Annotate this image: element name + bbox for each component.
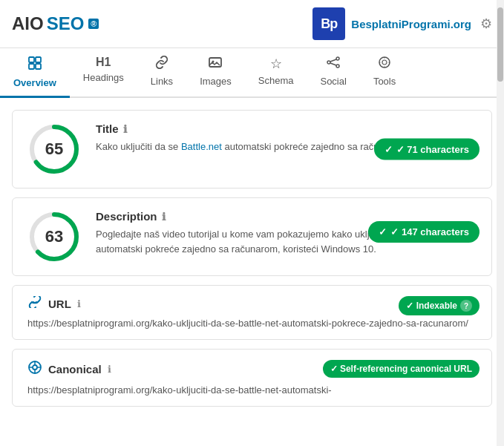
description-card: 63 Description ℹ Pogledajte naš video tu… xyxy=(12,197,492,276)
canonical-badge-text: ✓ Self-referencing canonical URL xyxy=(323,360,480,378)
title-checkmark: ✓ xyxy=(384,144,393,155)
title-label: Title ℹ xyxy=(96,122,477,135)
tab-tools[interactable]: Tools xyxy=(360,48,409,98)
tab-bar: Overview H1 Headings Links Images ☆ Sche… xyxy=(0,48,504,98)
canonical-info-icon[interactable]: ℹ xyxy=(108,364,111,375)
logo-badge: ® xyxy=(88,19,99,29)
svg-line-10 xyxy=(330,63,336,65)
svg-point-16 xyxy=(382,60,387,65)
svg-point-6 xyxy=(327,61,330,64)
svg-point-11 xyxy=(379,57,390,68)
headings-icon: H1 xyxy=(96,56,111,69)
logo: AIOSEO ® xyxy=(12,13,99,34)
desc-checkmark: ✓ xyxy=(379,226,387,237)
desc-badge-text: ✓ 147 characters xyxy=(390,226,469,237)
url-text: https://besplatniprogrami.org/kako-uklju… xyxy=(27,318,477,329)
tab-links-label: Links xyxy=(151,76,173,87)
url-title: URL xyxy=(48,298,71,310)
site-logo: Bp xyxy=(312,7,345,40)
svg-point-7 xyxy=(336,57,339,60)
canonical-section: Canonical ℹ ✓ Self-referencing canonical… xyxy=(12,349,492,407)
images-icon xyxy=(208,56,223,73)
content-area: 65 Title ℹ Kako uključiti da se Battle.n… xyxy=(0,98,504,419)
tab-social[interactable]: Social xyxy=(307,48,359,98)
title-highlight: Battle.net xyxy=(181,141,222,152)
links-icon xyxy=(154,56,169,73)
tab-overview[interactable]: Overview xyxy=(0,48,70,98)
tab-schema-label: Schema xyxy=(258,75,294,86)
desc-score-circle: 63 xyxy=(27,210,81,263)
social-icon xyxy=(326,56,341,73)
tab-images[interactable]: Images xyxy=(186,48,245,98)
title-score: 65 xyxy=(45,140,63,159)
site-name: BesplatniProgrami.org xyxy=(351,18,471,30)
title-score-circle: 65 xyxy=(27,122,81,176)
gear-icon[interactable]: ⚙ xyxy=(480,16,492,32)
svg-rect-0 xyxy=(29,57,34,62)
title-badge-text: ✓ 71 characters xyxy=(396,144,469,155)
header: AIOSEO ® Bp BesplatniProgrami.org ⚙ xyxy=(0,0,504,48)
url-indexable-badge: ✓ Indexable ? xyxy=(399,296,480,315)
canonical-title: Canonical xyxy=(48,363,102,376)
site-info: Bp BesplatniProgrami.org ⚙ xyxy=(312,7,492,40)
title-card: 65 Title ℹ Kako uključiti da se Battle.n… xyxy=(12,110,492,188)
tab-headings[interactable]: H1 Headings xyxy=(70,48,137,98)
tab-headings-label: Headings xyxy=(83,72,124,83)
url-question-icon[interactable]: ? xyxy=(460,300,472,312)
desc-badge: ✓ ✓ 147 characters xyxy=(368,221,480,243)
desc-info-icon[interactable]: ℹ xyxy=(162,211,166,223)
logo-aio: AIO xyxy=(12,13,44,34)
svg-rect-2 xyxy=(29,64,34,69)
svg-rect-3 xyxy=(36,64,41,69)
svg-line-9 xyxy=(330,59,336,62)
svg-point-22 xyxy=(33,365,37,370)
tools-icon xyxy=(377,56,392,73)
scrollbar-thumb[interactable] xyxy=(497,7,503,82)
url-badge: ✓ Indexable ? xyxy=(399,296,480,315)
url-section: URL ℹ ✓ Indexable ? https://besplatnipro… xyxy=(12,285,492,340)
desc-score: 63 xyxy=(45,227,63,246)
tab-images-label: Images xyxy=(200,76,232,87)
tab-social-label: Social xyxy=(320,76,346,87)
url-link-icon xyxy=(27,296,42,312)
schema-icon: ☆ xyxy=(270,56,282,72)
tab-overview-label: Overview xyxy=(13,77,56,88)
scrollbar[interactable] xyxy=(497,0,504,446)
svg-point-8 xyxy=(336,65,339,68)
canonical-text: https://besplatniprogrami.org/kako-uklju… xyxy=(27,384,477,396)
canonical-badge: ✓ Self-referencing canonical URL xyxy=(323,360,480,378)
title-badge: ✓ ✓ 71 characters xyxy=(374,139,480,160)
overview-icon xyxy=(27,56,42,74)
title-info-icon[interactable]: ℹ xyxy=(123,123,127,135)
logo-seo: SEO xyxy=(47,13,85,34)
url-info-icon[interactable]: ℹ xyxy=(77,298,81,309)
svg-rect-1 xyxy=(36,57,41,62)
tab-links[interactable]: Links xyxy=(137,48,186,98)
canonical-icon xyxy=(27,360,42,378)
tab-tools-label: Tools xyxy=(373,76,396,87)
tab-schema[interactable]: ☆ Schema xyxy=(245,48,307,98)
